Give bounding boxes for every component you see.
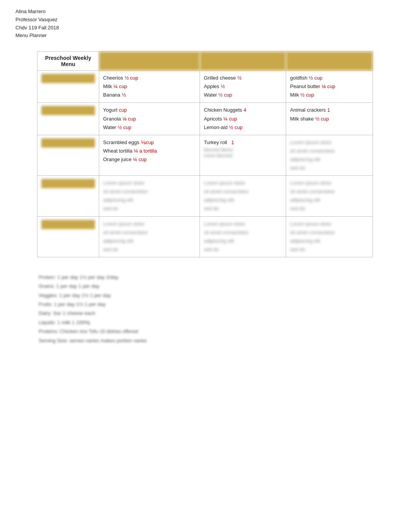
meal-cell: Chicken Nuggets 4Apricots ¼ cupLemon-aid… — [200, 103, 286, 135]
meal-label: Tuesday — [37, 103, 99, 135]
meal-item: Granola ⅛ cup — [103, 115, 196, 123]
table-row: WednesdayScrambled eggs ⅓cupWheat tortil… — [37, 135, 373, 175]
meal-cell: Lorem ipsum dolorsit amet consecteturadi… — [286, 135, 373, 175]
note-line: Protein: 1 per day 1½ per day 2/day — [39, 273, 371, 282]
meal-item: Wheat tortilla ¼ a tortilla — [103, 147, 196, 155]
meal-cell: Lorem ipsum dolorsit amet consecteturadi… — [200, 176, 286, 216]
table-row: ThursdayLorem ipsum dolorsit amet consec… — [37, 176, 373, 216]
meal-item: Milk shake ½ cup — [290, 115, 369, 123]
col-header-lunch: Lunch — [200, 52, 286, 71]
notes-section: Protein: 1 per day 1½ per day 2/dayGrain… — [39, 273, 371, 345]
meal-item: Apples ½ — [204, 82, 282, 91]
meal-item: Banana ½ — [103, 91, 196, 99]
meal-cell: Animal crackers 1Milk shake ½ cup — [286, 103, 373, 135]
col-header-afternoon: Afternoon Menu — [286, 52, 373, 71]
menu-table: Preschool WeeklyMenu Breakfast Menu Lunc… — [37, 51, 373, 257]
meal-label: Friday — [37, 216, 99, 257]
meal-cell: Cheerios ½ cupMilk ¼ cupBanana ½ — [99, 71, 200, 103]
meal-item: Milk ¼ cup — [103, 82, 196, 91]
table-row: FridayLorem ipsum dolorsit amet consecte… — [37, 216, 373, 257]
meal-cell: Lorem ipsum dolorsit amet consecteturadi… — [286, 176, 373, 216]
meal-cell: Scrambled eggs ⅓cupWheat tortilla ¼ a to… — [99, 135, 200, 175]
table-title: Preschool WeeklyMenu — [37, 52, 99, 71]
meal-cell: Yogurt cupGranola ⅛ cupWater ½ cup — [99, 103, 200, 135]
meal-item: Chicken Nuggets 4 — [204, 106, 282, 114]
meal-cell: Turkey roll 1blurred itemsmore blurred — [200, 135, 286, 175]
header: Alina Marrero Professor Vasquez Chdv 119… — [15, 8, 395, 40]
project-title: Menu Planner — [15, 32, 395, 40]
meal-cell: Lorem ipsum dolorsit amet consecteturadi… — [99, 176, 200, 216]
table-row: TuesdayYogurt cupGranola ⅛ cupWater ½ cu… — [37, 103, 373, 135]
meal-item: goldfish ½ cup — [290, 74, 369, 82]
meal-item: Water ½ cup — [204, 91, 282, 99]
col-header-breakfast: Breakfast Menu — [99, 52, 200, 71]
note-line: Fruits: 1 per day 1½ 1 per day — [39, 300, 371, 309]
meal-item: Water ½ cup — [103, 123, 196, 132]
note-line: Veggies: 1 per day 1½ 1 per day — [39, 291, 371, 300]
note-line: Dairy: 3oz 1 cheese each — [39, 309, 371, 318]
meal-cell: Lorem ipsum dolorsit amet consecteturadi… — [99, 216, 200, 257]
meal-item: Peanut butter ⅛ cup — [290, 82, 369, 91]
note-line: Grains: 1 per day 1 per day — [39, 282, 371, 291]
meal-cell: Grilled cheese ½Apples ½Water ½ cup — [200, 71, 286, 103]
professor: Professor Vasquez — [15, 16, 395, 24]
meal-item: Scrambled eggs ⅓cup — [103, 138, 196, 147]
meal-label: Monday — [37, 71, 99, 103]
meal-cell: goldfish ½ cupPeanut butter ⅛ cupMilk ½ … — [286, 71, 373, 103]
meal-cell: Lorem ipsum dolorsit amet consecteturadi… — [286, 216, 373, 257]
meal-item: Apricots ¼ cup — [204, 115, 282, 123]
meal-item: Orange juice ¼ cup — [103, 155, 196, 164]
meal-item: Milk ½ cup — [290, 91, 369, 99]
table-row: MondayCheerios ½ cupMilk ¼ cupBanana ½Gr… — [37, 71, 373, 103]
meal-label: Thursday — [37, 176, 99, 216]
course: Chdv 119 Fall 2018 — [15, 24, 395, 32]
meal-item: Animal crackers 1 — [290, 106, 369, 114]
meal-item: Yogurt cup — [103, 106, 196, 114]
author-name: Alina Marrero — [15, 8, 395, 16]
meal-item: Cheerios ½ cup — [103, 74, 196, 82]
meal-cell: Lorem ipsum dolorsit amet consecteturadi… — [200, 216, 286, 257]
meal-item: Lemon-aid ½ cup — [204, 123, 282, 132]
note-line: Liquids: 1 milk 1 100%j — [39, 318, 371, 327]
note-line: Proteins: Chicken rice Tofu 10 dishes of… — [39, 327, 371, 336]
meal-label: Wednesday — [37, 135, 99, 175]
meal-item: Grilled cheese ½ — [204, 74, 282, 82]
note-line: Serving Size: serves varies makes portio… — [39, 336, 371, 345]
